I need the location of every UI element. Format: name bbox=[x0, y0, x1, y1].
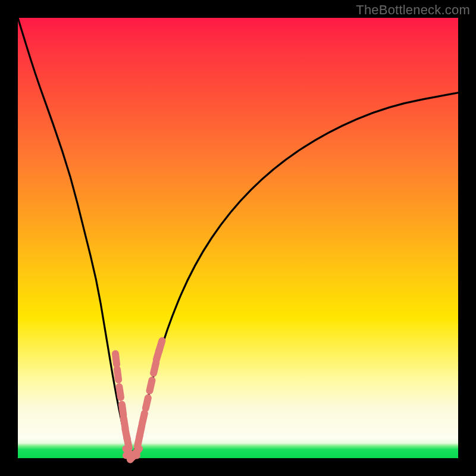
data-marker bbox=[150, 380, 152, 391]
data-marker bbox=[117, 369, 118, 380]
watermark-text: TheBottleneck.com bbox=[356, 2, 470, 18]
data-marker bbox=[119, 387, 121, 397]
data-marker bbox=[142, 414, 145, 424]
bottleneck-curve-path bbox=[18, 18, 458, 452]
data-marker bbox=[154, 363, 156, 374]
data-points bbox=[115, 341, 162, 460]
chart-frame: TheBottleneck.com bbox=[0, 0, 476, 476]
data-marker bbox=[146, 398, 148, 409]
bottleneck-curve bbox=[18, 18, 458, 452]
data-points-bottom bbox=[126, 449, 139, 459]
data-marker bbox=[115, 354, 117, 365]
data-marker bbox=[122, 405, 123, 415]
chart-svg bbox=[18, 18, 458, 458]
data-points-right bbox=[137, 341, 162, 447]
data-marker bbox=[159, 341, 162, 351]
plot-area bbox=[18, 18, 458, 458]
